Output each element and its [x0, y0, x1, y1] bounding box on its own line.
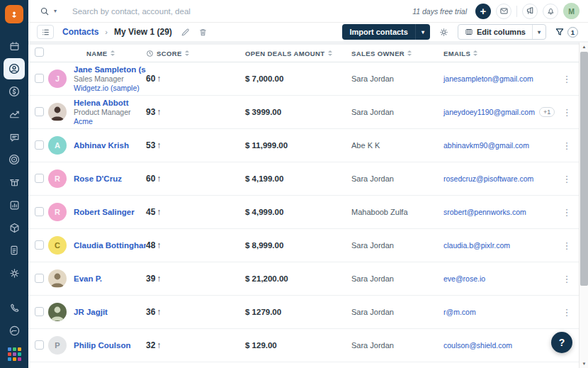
- sidebar-item-analytics[interactable]: [4, 104, 25, 125]
- email-link[interactable]: coulson@shield.com: [443, 341, 512, 350]
- contact-name-link[interactable]: Philip Coulson: [74, 340, 146, 350]
- contact-company-link[interactable]: Acme: [74, 117, 146, 126]
- list-settings-button[interactable]: [439, 27, 449, 38]
- contact-name-link[interactable]: Rose D'Cruz: [74, 174, 146, 184]
- row-menu-icon[interactable]: ⋮: [555, 240, 579, 251]
- table-row[interactable]: C Claudia Bottingham 48 ↑ $ 8,999.00 Sar…: [28, 229, 579, 262]
- sort-icon[interactable]: [185, 50, 189, 56]
- contact-name-link[interactable]: Helena Abbott: [74, 98, 146, 108]
- sort-icon[interactable]: [328, 50, 332, 56]
- contact-name-link[interactable]: Evan P.: [74, 274, 146, 284]
- row-checkbox[interactable]: [35, 340, 44, 350]
- row-menu-icon[interactable]: ⋮: [555, 207, 579, 218]
- current-view-name[interactable]: My View 1 (29): [114, 27, 172, 37]
- sidebar-item-chat-widget[interactable]: [4, 320, 25, 341]
- extra-emails-badge[interactable]: +1: [539, 107, 555, 117]
- scroll-up-arrow-icon[interactable]: ▲: [579, 43, 588, 51]
- row-checkbox[interactable]: [35, 174, 44, 183]
- edit-view-button[interactable]: [181, 28, 190, 37]
- sidebar-item-contacts[interactable]: [4, 58, 25, 79]
- notifications-button[interactable]: [543, 4, 558, 19]
- row-checkbox[interactable]: [35, 307, 44, 316]
- emails-column-header[interactable]: Emails: [443, 50, 470, 57]
- table-row[interactable]: Helena Abbott Product Manager Acme 93 ↑ …: [28, 96, 579, 129]
- name-column-header[interactable]: Name: [86, 50, 108, 57]
- app-switcher-icon[interactable]: [8, 347, 21, 361]
- contact-name-link[interactable]: JR Jagjit: [74, 307, 146, 317]
- row-menu-icon[interactable]: ⋮: [555, 174, 579, 184]
- contact-name-link[interactable]: Claudia Bottingham: [74, 240, 146, 250]
- email-link[interactable]: abhinavkm90@gmail.com: [443, 141, 529, 150]
- table-row[interactable]: P Philip Coulson 32 ↑ $ 129.00 Sara Jord…: [28, 329, 579, 362]
- sidebar-item-calendar[interactable]: [4, 35, 25, 57]
- contact-company-link[interactable]: Widgetz.io (sample): [74, 84, 146, 93]
- table-row[interactable]: R Rose D'Cruz 60 ↑ $ 4,199.00 Sara Jorda…: [28, 162, 579, 196]
- row-checkbox[interactable]: [35, 240, 44, 250]
- row-checkbox[interactable]: [35, 207, 44, 216]
- contact-name-link[interactable]: Jane Sampleton (sa...: [74, 65, 146, 74]
- sidebar-item-documents[interactable]: [4, 240, 25, 261]
- sales-owner-column-header[interactable]: Sales Owner: [351, 50, 405, 57]
- sidebar-item-reports[interactable]: [4, 194, 25, 216]
- help-button[interactable]: ?: [551, 332, 572, 353]
- sort-icon[interactable]: [111, 50, 115, 56]
- open-deals-column-header[interactable]: Open Deals Amount: [245, 50, 325, 57]
- row-checkbox[interactable]: [35, 107, 44, 116]
- sales-owner: Abe K K: [351, 141, 443, 150]
- sort-icon[interactable]: [407, 50, 412, 56]
- vertical-scrollbar[interactable]: ▲ ▼: [579, 43, 588, 368]
- edit-columns-caret-icon[interactable]: ▾: [532, 25, 545, 39]
- row-menu-icon[interactable]: ⋮: [555, 274, 579, 284]
- select-all-checkbox[interactable]: [35, 48, 44, 57]
- email-link[interactable]: rosedcruz@pisoftware.com: [443, 174, 533, 183]
- import-caret-icon[interactable]: ▾: [415, 24, 430, 40]
- delete-view-button[interactable]: [198, 28, 208, 37]
- email-link[interactable]: r@m.com: [443, 308, 476, 316]
- scroll-down-arrow-icon[interactable]: ▼: [579, 359, 588, 368]
- table-row[interactable]: R Robert Salinger 45 ↑ $ 4,999.00 Mahabo…: [28, 196, 579, 229]
- scrollbar-thumb[interactable]: [580, 52, 588, 286]
- sidebar-item-product[interactable]: [4, 172, 25, 193]
- sidebar-item-conversations[interactable]: [4, 126, 25, 147]
- table-row[interactable]: Evan P. 39 ↑ $ 21,200.00 Sara Jordan eve…: [28, 262, 579, 296]
- sidebar-item-deals[interactable]: [4, 81, 25, 102]
- sort-icon[interactable]: [473, 50, 477, 56]
- score-column-header[interactable]: Score: [157, 50, 182, 57]
- freshworks-logo[interactable]: [5, 5, 23, 23]
- row-menu-icon[interactable]: ⋮: [555, 107, 579, 118]
- table-row[interactable]: JR Jagjit 36 ↑ $ 1279.00 Sara Jordan r@m…: [28, 296, 579, 329]
- sidebar-item-settings[interactable]: [4, 262, 25, 284]
- view-type-button[interactable]: [37, 25, 54, 39]
- sidebar-item-marketing[interactable]: [4, 149, 25, 170]
- email-link[interactable]: srobert@pennworks.com: [443, 208, 526, 216]
- bell-icon: [546, 6, 555, 16]
- table-row[interactable]: J Jane Sampleton (sa... Sales Manager Wi…: [28, 62, 579, 96]
- email-link[interactable]: janesampleton@gmail.com: [443, 74, 533, 83]
- table-row[interactable]: A Abhinav Krish 53 ↑ $ 11,999.00 Abe K K…: [28, 129, 579, 162]
- row-menu-icon[interactable]: ⋮: [555, 307, 579, 318]
- email-button[interactable]: [496, 4, 511, 19]
- quick-add-button[interactable]: +: [475, 4, 491, 19]
- contact-name-link[interactable]: Abhinav Krish: [74, 140, 146, 150]
- breadcrumb-contacts[interactable]: Contacts: [62, 27, 98, 37]
- row-menu-icon[interactable]: ⋮: [555, 74, 579, 84]
- email-link[interactable]: janeydoey1190@gmail.com: [443, 108, 535, 116]
- row-checkbox[interactable]: [35, 140, 44, 150]
- row-checkbox[interactable]: [35, 274, 44, 283]
- sidebar-item-inventory[interactable]: [4, 217, 25, 238]
- whats-new-button[interactable]: [522, 4, 538, 19]
- email-link[interactable]: claudia.b@pixlr.com: [443, 241, 510, 250]
- search-input[interactable]: [72, 7, 285, 16]
- import-contacts-button[interactable]: Import contacts ▾: [342, 24, 430, 40]
- row-checkbox[interactable]: [35, 74, 44, 83]
- user-avatar[interactable]: M: [563, 3, 579, 19]
- filters-button[interactable]: 1: [555, 27, 578, 38]
- email-link[interactable]: eve@rose.io: [443, 274, 485, 283]
- sidebar-item-phone[interactable]: [4, 297, 25, 318]
- search-scope-caret[interactable]: ▾: [54, 8, 57, 14]
- contact-name-link[interactable]: Robert Salinger: [74, 207, 146, 217]
- search-icon[interactable]: [40, 6, 50, 16]
- edit-columns-button[interactable]: Edit columns ▾: [458, 24, 546, 40]
- row-menu-icon[interactable]: ⋮: [555, 140, 579, 151]
- bar-chart-icon: [9, 199, 21, 211]
